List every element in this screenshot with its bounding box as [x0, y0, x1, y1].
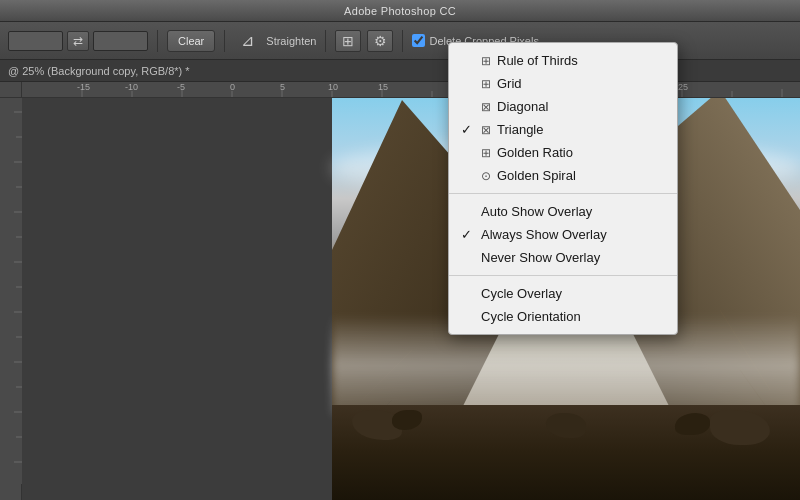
- status-text: @ 25% (Background copy, RGB/8*) *: [8, 65, 190, 77]
- menu-label-golden-ratio: Golden Ratio: [497, 145, 573, 160]
- separator-1: [157, 30, 158, 52]
- divider-1: [449, 193, 677, 194]
- menu-item-cycle-orientation[interactable]: ✓ Cycle Orientation: [449, 305, 677, 328]
- overlay-types-section: ✓ ⊞ Rule of Thirds ✓ ⊞ Grid ✓ ⊠ Diagonal…: [449, 47, 677, 189]
- left-panel: [44, 196, 334, 500]
- menu-label-cycle-overlay: Cycle Overlay: [481, 286, 562, 301]
- separator-4: [402, 30, 403, 52]
- svg-text:5: 5: [280, 82, 285, 92]
- menu-item-never-show[interactable]: ✓ Never Show Overlay: [449, 246, 677, 269]
- show-overlay-section: ✓ Auto Show Overlay ✓ Always Show Overla…: [449, 198, 677, 271]
- menu-label-never-show: Never Show Overlay: [481, 250, 600, 265]
- svg-text:0: 0: [230, 82, 235, 92]
- overlay-icon: ⊞: [342, 33, 354, 49]
- clear-label: Clear: [178, 35, 204, 47]
- svg-text:-5: -5: [177, 82, 185, 92]
- menu-item-golden-spiral[interactable]: ✓ ⊙ Golden Spiral: [449, 164, 677, 187]
- status-bar: @ 25% (Background copy, RGB/8*) *: [0, 60, 800, 82]
- menu-label-diagonal: Diagonal: [497, 99, 548, 114]
- separator-3: [325, 30, 326, 52]
- straighten-label: Straighten: [266, 35, 316, 47]
- grid-icon-diagonal: ⊠: [481, 100, 491, 114]
- clear-button[interactable]: Clear: [167, 30, 215, 52]
- separator-2: [224, 30, 225, 52]
- ruler-horizontal: -15 -10 -5 0 5 10 15 20 25: [22, 82, 800, 98]
- grid-icon-rule: ⊞: [481, 54, 491, 68]
- svg-text:25: 25: [678, 82, 688, 92]
- height-input[interactable]: [93, 31, 148, 51]
- divider-2: [449, 275, 677, 276]
- menu-label-rule-of-thirds: Rule of Thirds: [497, 53, 578, 68]
- ruler-vertical: [0, 82, 22, 500]
- menu-label-grid: Grid: [497, 76, 522, 91]
- menu-item-rule-of-thirds[interactable]: ✓ ⊞ Rule of Thirds: [449, 49, 677, 72]
- toolbar: ⇄ Clear ⊿ Straighten ⊞ ⚙ Delete Cropped …: [0, 22, 800, 60]
- menu-item-triangle[interactable]: ✓ ⊠ Triangle: [449, 118, 677, 141]
- menu-item-cycle-overlay[interactable]: ✓ Cycle Overlay: [449, 282, 677, 305]
- cycle-section: ✓ Cycle Overlay ✓ Cycle Orientation: [449, 280, 677, 330]
- straighten-icon: ⊿: [241, 31, 254, 50]
- straighten-icon-btn[interactable]: ⊿: [234, 30, 260, 52]
- menu-label-always-show: Always Show Overlay: [481, 227, 607, 242]
- menu-item-golden-ratio[interactable]: ✓ ⊞ Golden Ratio: [449, 141, 677, 164]
- svg-text:15: 15: [378, 82, 388, 92]
- gear-icon: ⚙: [374, 33, 387, 49]
- menu-label-triangle: Triangle: [497, 122, 543, 137]
- width-input[interactable]: [8, 31, 63, 51]
- swap-button[interactable]: ⇄: [67, 31, 89, 51]
- grid-icon-golden-spiral: ⊙: [481, 169, 491, 183]
- overlay-dropdown-menu: ✓ ⊞ Rule of Thirds ✓ ⊞ Grid ✓ ⊠ Diagonal…: [448, 42, 678, 335]
- delete-pixels-checkbox[interactable]: [412, 34, 425, 47]
- check-always-show: ✓: [461, 227, 472, 242]
- grid-icon-triangle: ⊠: [481, 123, 491, 137]
- menu-item-always-show[interactable]: ✓ Always Show Overlay: [449, 223, 677, 246]
- swap-icon: ⇄: [73, 34, 83, 48]
- dimensions-group: ⇄: [8, 31, 148, 51]
- check-triangle: ✓: [461, 122, 472, 137]
- svg-rect-25: [0, 82, 22, 484]
- menu-item-auto-show[interactable]: ✓ Auto Show Overlay: [449, 200, 677, 223]
- menu-item-diagonal[interactable]: ✓ ⊠ Diagonal: [449, 95, 677, 118]
- menu-label-auto-show: Auto Show Overlay: [481, 204, 592, 219]
- ruler-corner: [0, 82, 22, 98]
- menu-label-golden-spiral: Golden Spiral: [497, 168, 576, 183]
- menu-label-cycle-orientation: Cycle Orientation: [481, 309, 581, 324]
- grid-icon-golden-ratio: ⊞: [481, 146, 491, 160]
- title-bar: Adobe Photoshop CC: [0, 0, 800, 22]
- svg-text:-10: -10: [125, 82, 138, 92]
- overlay-button[interactable]: ⊞: [335, 30, 361, 52]
- grid-icon-grid: ⊞: [481, 77, 491, 91]
- svg-text:-15: -15: [77, 82, 90, 92]
- canvas-area: [22, 98, 800, 500]
- menu-item-grid[interactable]: ✓ ⊞ Grid: [449, 72, 677, 95]
- settings-button[interactable]: ⚙: [367, 30, 393, 52]
- svg-text:10: 10: [328, 82, 338, 92]
- app-title: Adobe Photoshop CC: [344, 5, 456, 17]
